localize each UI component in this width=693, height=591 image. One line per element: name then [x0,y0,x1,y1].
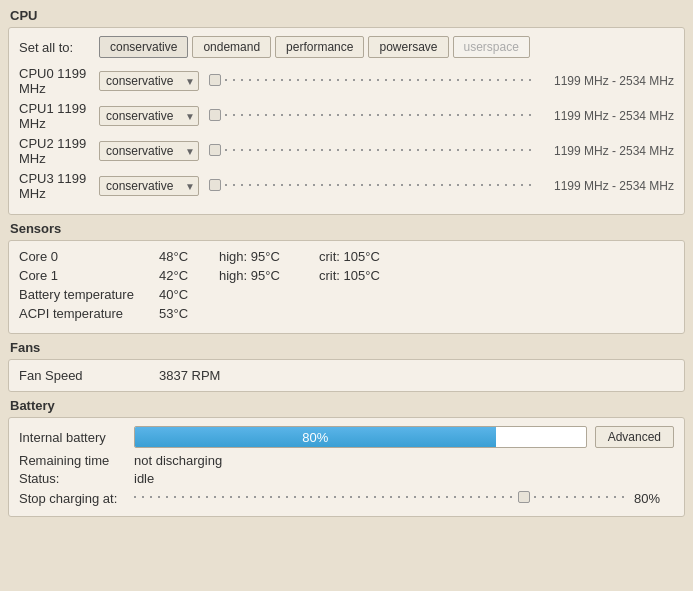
advanced-button[interactable]: Advanced [595,426,674,448]
cpu-section: CPU Set all to: conservative ondemand pe… [8,8,685,215]
remaining-time-row: Remaining time not discharging [19,453,674,468]
status-row: Status: idle [19,471,674,486]
cpu3-range-label: 1199 MHz - 2534 MHz [544,179,674,193]
sensor-core0-temp: 48°C [159,249,219,264]
stop-charging-row: Stop charging at: 80% [19,489,674,508]
cpu2-slider-wrap [209,142,536,161]
sensors-section: Sensors Core 0 48°C high: 95°C crit: 105… [8,221,685,334]
cpu0-governor-select[interactable]: conservative ondemand performance powers… [99,71,199,91]
sensor-row-acpi-temp: ACPI temperature 53°C [19,306,674,321]
cpu3-slider-wrap [209,177,536,196]
remaining-time-label: Remaining time [19,453,134,468]
status-label: Status: [19,471,134,486]
cpu1-select-wrap: conservative ondemand performance powers… [99,106,199,126]
sensor-core1-temp: 42°C [159,268,219,283]
governor-btn-performance[interactable]: performance [275,36,364,58]
battery-section: Battery Internal battery 80% Advanced Re… [8,398,685,517]
cpu0-label: CPU0 1199 MHz [19,66,99,96]
sensor-core0-high: high: 95°C [219,249,319,264]
sensors-section-title: Sensors [8,221,685,236]
battery-section-title: Battery [8,398,685,413]
status-value: idle [134,471,154,486]
governor-btn-userspace[interactable]: userspace [453,36,530,58]
governor-btn-ondemand[interactable]: ondemand [192,36,271,58]
cpu2-slider[interactable] [209,142,536,158]
cpu-row-0: CPU0 1199 MHz conservative ondemand perf… [19,66,674,96]
sensor-row-core0: Core 0 48°C high: 95°C crit: 105°C [19,249,674,264]
sensor-core0-name: Core 0 [19,249,159,264]
cpu0-range-label: 1199 MHz - 2534 MHz [544,74,674,88]
cpu0-slider-wrap [209,72,536,91]
fan-speed-value: 3837 RPM [159,368,220,383]
cpu-row-2: CPU2 1199 MHz conservative ondemand perf… [19,136,674,166]
governor-btn-powersave[interactable]: powersave [368,36,448,58]
sensor-row-core1: Core 1 42°C high: 95°C crit: 105°C [19,268,674,283]
battery-bar-container: 80% [134,426,587,448]
fan-row: Fan Speed 3837 RPM [19,368,674,383]
sensor-battery-temp-value: 40°C [159,287,219,302]
fan-name-label: Fan Speed [19,368,159,383]
cpu1-slider[interactable] [209,107,536,123]
set-all-row: Set all to: conservative ondemand perfor… [19,36,674,58]
stop-charging-slider-wrap [134,489,626,508]
sensor-core1-name: Core 1 [19,268,159,283]
sensor-core0-crit: crit: 105°C [319,249,380,264]
sensor-battery-temp-name: Battery temperature [19,287,159,302]
fans-section-box: Fan Speed 3837 RPM [8,359,685,392]
cpu-row-1: CPU1 1199 MHz conservative ondemand perf… [19,101,674,131]
cpu1-label: CPU1 1199 MHz [19,101,99,131]
cpu2-governor-select[interactable]: conservative ondemand performance powers… [99,141,199,161]
cpu0-select-wrap: conservative ondemand performance powers… [99,71,199,91]
stop-charging-value: 80% [634,491,674,506]
cpu1-slider-wrap [209,107,536,126]
battery-bar-text: 80% [302,430,328,445]
fans-section-title: Fans [8,340,685,355]
cpu-row-3: CPU3 1199 MHz conservative ondemand perf… [19,171,674,201]
cpu2-label: CPU2 1199 MHz [19,136,99,166]
stop-charging-label: Stop charging at: [19,491,134,506]
internal-battery-label: Internal battery [19,430,134,445]
sensors-section-box: Core 0 48°C high: 95°C crit: 105°C Core … [8,240,685,334]
sensor-row-battery-temp: Battery temperature 40°C [19,287,674,302]
sensor-core1-high: high: 95°C [219,268,319,283]
main-container: CPU Set all to: conservative ondemand pe… [0,0,693,531]
fans-section: Fans Fan Speed 3837 RPM [8,340,685,392]
battery-bar-row: Internal battery 80% Advanced [19,426,674,448]
cpu3-slider[interactable] [209,177,536,193]
cpu2-range-label: 1199 MHz - 2534 MHz [544,144,674,158]
cpu3-governor-select[interactable]: conservative ondemand performance powers… [99,176,199,196]
sensor-core1-crit: crit: 105°C [319,268,380,283]
cpu3-select-wrap: conservative ondemand performance powers… [99,176,199,196]
governor-btn-conservative[interactable]: conservative [99,36,188,58]
cpu-section-title: CPU [8,8,685,23]
remaining-time-value: not discharging [134,453,222,468]
sensor-acpi-temp-value: 53°C [159,306,219,321]
cpu1-range-label: 1199 MHz - 2534 MHz [544,109,674,123]
cpu1-governor-select[interactable]: conservative ondemand performance powers… [99,106,199,126]
battery-section-box: Internal battery 80% Advanced Remaining … [8,417,685,517]
sensor-acpi-temp-name: ACPI temperature [19,306,159,321]
cpu3-label: CPU3 1199 MHz [19,171,99,201]
stop-charging-slider[interactable] [134,489,626,505]
cpu-section-box: Set all to: conservative ondemand perfor… [8,27,685,215]
cpu2-select-wrap: conservative ondemand performance powers… [99,141,199,161]
cpu0-slider[interactable] [209,72,536,88]
set-all-label: Set all to: [19,40,89,55]
battery-bar-fill: 80% [135,427,496,447]
